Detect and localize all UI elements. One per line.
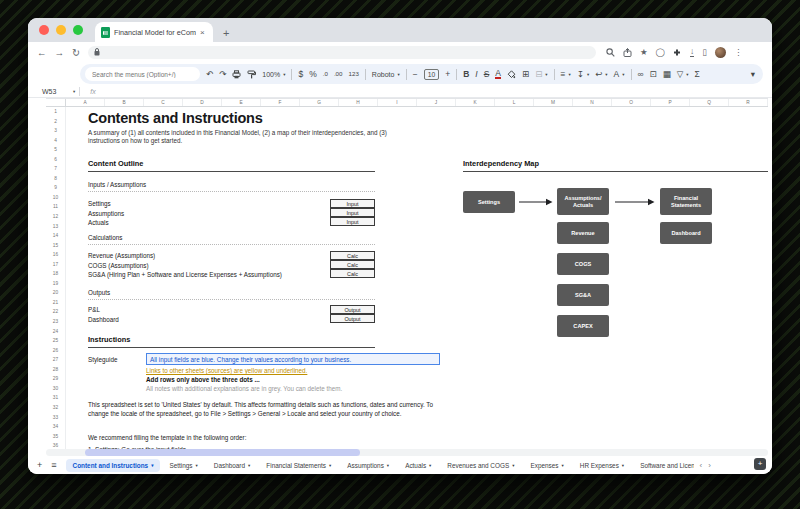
row-header[interactable]: 31 [46, 393, 65, 403]
sheet-tab[interactable]: Content and Instructions ▾ [66, 459, 161, 472]
row-header[interactable]: 32 [46, 403, 65, 413]
content-outline-heading[interactable]: Content Outline [88, 159, 375, 172]
text-wrap-icon[interactable]: ↩ [595, 70, 602, 79]
sheet-tab[interactable]: Settings ▾ [162, 459, 204, 472]
sheet-tab[interactable]: Financial Statements ▾ [259, 459, 338, 472]
collapse-toolbar-icon[interactable]: ▾ [751, 70, 755, 79]
select-all-corner[interactable] [46, 99, 66, 106]
row-header[interactable]: 6 [46, 155, 65, 165]
page-title[interactable]: Contents and Instructions [88, 110, 263, 126]
maximize-window-button[interactable] [73, 25, 83, 35]
side-panel-icon[interactable]: ▯ [702, 48, 707, 57]
strikethrough-icon[interactable]: S [484, 70, 490, 79]
row-header[interactable]: 14 [46, 231, 65, 241]
decrease-font-size-icon[interactable]: − [413, 70, 418, 79]
sheet-tab[interactable]: Dashboard ▾ [207, 459, 258, 472]
row-header[interactable]: 22 [46, 307, 65, 317]
column-header[interactable]: I [378, 99, 417, 106]
column-header[interactable]: C [144, 99, 183, 106]
row-header[interactable]: 24 [46, 327, 65, 337]
column-header[interactable]: O [612, 99, 651, 106]
interdependency-map-heading[interactable]: Interdependency Map [463, 159, 768, 172]
row-header[interactable]: 11 [46, 202, 65, 212]
sheet-tab-caret-icon[interactable]: ▾ [429, 463, 431, 468]
format-percent-icon[interactable]: % [309, 70, 317, 79]
row-header[interactable]: 18 [46, 269, 65, 279]
badge-input[interactable]: Input [330, 217, 375, 227]
column-header[interactable]: D [183, 99, 222, 106]
sheet-tab-caret-icon[interactable]: ▾ [622, 463, 624, 468]
forward-icon[interactable]: → [55, 47, 65, 58]
sheet-tab-caret-icon[interactable]: ▾ [512, 463, 514, 468]
outline-item[interactable]: Settings [88, 200, 111, 207]
row-header[interactable]: 36 [46, 441, 65, 449]
sheet-tab-caret-icon[interactable]: ▾ [329, 463, 331, 468]
share-icon[interactable] [623, 48, 632, 57]
zoom-select[interactable]: 100% [262, 71, 280, 78]
column-header[interactable]: K [456, 99, 495, 106]
column-header[interactable]: H [339, 99, 378, 106]
minimize-window-button[interactable] [56, 25, 66, 35]
close-window-button[interactable] [39, 25, 49, 35]
row-header[interactable]: 25 [46, 336, 65, 346]
tab-close-icon[interactable]: × [200, 28, 205, 37]
horizontal-align-icon[interactable]: ≡ [561, 70, 566, 79]
extension-circle-icon[interactable]: ◯ [656, 48, 666, 57]
row-header[interactable]: 7 [46, 164, 65, 174]
page-subtitle[interactable]: A summary of (1) all contents included i… [88, 129, 390, 144]
map-box-settings[interactable]: Settings [463, 191, 515, 213]
column-header[interactable]: M [534, 99, 573, 106]
browser-tab[interactable]: Financial Model for eCommerce × [95, 22, 213, 42]
styleguide-label[interactable]: Styleguide [88, 356, 117, 363]
row-header[interactable]: 16 [46, 250, 65, 260]
badge-output[interactable]: Output [330, 314, 375, 324]
scroll-tabs-right-icon[interactable]: › [708, 461, 711, 470]
row-header[interactable]: 5 [46, 145, 65, 155]
insert-comment-icon[interactable]: ⊡ [650, 70, 657, 79]
row-header[interactable]: 13 [46, 222, 65, 232]
sheet-tab-caret-icon[interactable]: ▾ [248, 463, 250, 468]
format-currency-icon[interactable]: $ [298, 70, 303, 79]
styleguide-line[interactable]: All notes with additional explanations a… [146, 385, 342, 392]
column-header[interactable]: A [66, 99, 105, 106]
sheet-tab-caret-icon[interactable]: ▾ [387, 463, 389, 468]
text-rotate-icon[interactable]: A [614, 70, 620, 79]
outline-item[interactable]: Actuals [88, 219, 109, 226]
map-box-capex[interactable]: CAPEX [557, 315, 609, 337]
map-box-sga[interactable]: SG&A [557, 284, 609, 306]
sheet-tab[interactable]: Software and License Expenses ▾ [633, 459, 693, 472]
row-header[interactable]: 19 [46, 279, 65, 289]
row-header[interactable]: 20 [46, 288, 65, 298]
paint-format-icon[interactable] [247, 70, 256, 79]
row-header[interactable]: 10 [46, 193, 65, 203]
profile-avatar[interactable] [715, 47, 726, 58]
row-header[interactable]: 28 [46, 365, 65, 375]
row-header[interactable]: 30 [46, 384, 65, 394]
map-box-revenue[interactable]: Revenue [557, 222, 609, 244]
outline-item[interactable]: Dashboard [88, 316, 119, 323]
column-header[interactable]: G [300, 99, 339, 106]
map-box-dashboard[interactable]: Dashboard [660, 222, 712, 244]
outline-item[interactable]: Assumptions [88, 210, 124, 217]
row-header[interactable]: 2 [46, 117, 65, 127]
more-formats-icon[interactable]: 123 [349, 71, 359, 77]
column-header[interactable]: L [495, 99, 534, 106]
row-header[interactable]: 8 [46, 174, 65, 184]
horizontal-scrollbar-thumb[interactable] [85, 449, 360, 456]
row-header[interactable]: 26 [46, 346, 65, 356]
sheet-tab-caret-icon[interactable]: ▾ [562, 463, 564, 468]
column-header[interactable]: R [729, 99, 768, 106]
corner-button[interactable]: + [754, 458, 766, 470]
column-header[interactable]: F [261, 99, 300, 106]
row-header[interactable]: 4 [46, 136, 65, 146]
outline-item[interactable]: COGS (Assumptions) [88, 262, 149, 269]
column-header[interactable]: J [417, 99, 456, 106]
functions-icon[interactable]: Σ [695, 70, 700, 79]
search-menus-input[interactable] [85, 67, 200, 81]
row-header[interactable]: 9 [46, 183, 65, 193]
sheet-tab[interactable]: Actuals ▾ [398, 459, 438, 472]
row-header[interactable]: 21 [46, 298, 65, 308]
outline-item[interactable]: SG&A (Hiring Plan + Software and License… [88, 271, 282, 278]
row-header[interactable]: 1 [46, 107, 65, 117]
outline-item[interactable]: P&L [88, 306, 100, 313]
